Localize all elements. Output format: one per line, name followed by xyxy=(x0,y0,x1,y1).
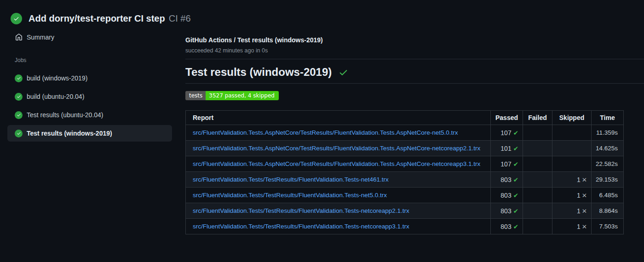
table-row: src/FluentValidation.Tests/TestResults/F… xyxy=(186,172,624,188)
passed-count: 803 xyxy=(500,176,511,183)
report-link[interactable]: src/FluentValidation.Tests.AspNetCore/Te… xyxy=(193,129,458,136)
job-success-icon xyxy=(15,74,23,82)
home-icon xyxy=(15,34,23,41)
failed-cell xyxy=(523,203,552,219)
table-row: src/FluentValidation.Tests/TestResults/F… xyxy=(186,188,624,203)
time-cell: 8.864s xyxy=(592,203,624,219)
badge-label: tests xyxy=(185,91,206,100)
passed-count: 803 xyxy=(500,192,511,199)
run-success-icon xyxy=(11,13,22,24)
passed-count: 803 xyxy=(500,223,511,230)
check-icon: ✔ xyxy=(513,207,518,215)
page-title: Test results (windows-2019) xyxy=(185,66,644,84)
cross-icon: ✕ xyxy=(582,223,587,230)
failed-cell xyxy=(523,125,552,141)
sidebar-item-summary[interactable]: Summary xyxy=(7,29,172,46)
job-label: build (windows-2019) xyxy=(27,74,87,82)
failed-cell xyxy=(523,188,552,203)
badge-value: 3527 passed, 4 skipped xyxy=(206,91,279,100)
test-results-table: Report Passed Failed Skipped Time src/Fl… xyxy=(185,110,624,234)
column-header-skipped: Skipped xyxy=(552,111,592,125)
sidebar-item-build-ubuntu[interactable]: build (ubuntu-20.04) xyxy=(7,88,172,105)
sidebar: Summary Jobs build (windows-2019) build … xyxy=(0,24,179,234)
page-title-text: Test results (windows-2019) xyxy=(185,66,332,79)
check-icon: ✔ xyxy=(513,145,518,152)
cross-icon: ✕ xyxy=(582,176,587,183)
report-link[interactable]: src/FluentValidation.Tests.AspNetCore/Te… xyxy=(193,145,480,152)
report-link[interactable]: src/FluentValidation.Tests/TestResults/F… xyxy=(193,207,409,214)
column-header-failed: Failed xyxy=(523,111,552,125)
sidebar-item-test-results-ubuntu[interactable]: Test results (ubuntu-20.04) xyxy=(7,107,172,123)
failed-cell xyxy=(523,156,552,172)
check-icon: ✔ xyxy=(513,176,518,183)
check-icon: ✔ xyxy=(513,160,518,168)
column-header-passed: Passed xyxy=(491,111,523,125)
skipped-count: 1 xyxy=(577,207,581,215)
failed-cell xyxy=(523,172,552,188)
passed-count: 101 xyxy=(500,145,511,152)
skipped-count: 1 xyxy=(577,176,581,183)
job-success-icon xyxy=(15,93,23,101)
tests-badge: tests 3527 passed, 4 skipped xyxy=(185,91,279,100)
failed-cell xyxy=(523,141,552,156)
skipped-count: 1 xyxy=(577,223,581,230)
divider xyxy=(185,59,644,59)
time-cell: 6.485s xyxy=(592,188,624,203)
job-status-line: succeeded 42 minutes ago in 0s xyxy=(185,47,644,54)
time-cell: 22.582s xyxy=(592,156,624,172)
table-row: src/FluentValidation.Tests.AspNetCore/Te… xyxy=(186,125,624,141)
passed-count: 107 xyxy=(500,160,511,168)
job-label: Test results (ubuntu-20.04) xyxy=(27,111,104,119)
failed-cell xyxy=(523,219,552,234)
run-title: Add dorny/test-reporter CI step xyxy=(29,13,165,24)
check-icon: ✔ xyxy=(513,192,518,199)
report-link[interactable]: src/FluentValidation.Tests/TestResults/F… xyxy=(193,176,389,183)
table-row: src/FluentValidation.Tests/TestResults/F… xyxy=(186,203,624,219)
time-cell: 7.503s xyxy=(592,219,624,234)
time-cell: 14.625s xyxy=(592,141,624,156)
cross-icon: ✕ xyxy=(582,192,587,199)
job-success-icon xyxy=(15,130,23,137)
main-content: GitHub Actions / Test results (windows-2… xyxy=(179,24,644,234)
passed-count: 107 xyxy=(500,129,511,137)
run-header: Add dorny/test-reporter CI step CI #6 xyxy=(0,0,644,24)
table-header-row: Report Passed Failed Skipped Time xyxy=(186,111,624,125)
time-cell: 29.153s xyxy=(592,172,624,188)
check-icon: ✔ xyxy=(513,129,518,137)
run-number: CI #6 xyxy=(169,13,191,24)
passed-count: 803 xyxy=(500,207,511,215)
table-row: src/FluentValidation.Tests.AspNetCore/Te… xyxy=(186,141,624,156)
job-label: Test results (windows-2019) xyxy=(27,130,112,137)
sidebar-item-test-results-windows[interactable]: Test results (windows-2019) xyxy=(7,125,172,142)
check-icon: ✔ xyxy=(513,223,518,230)
column-header-report: Report xyxy=(186,111,491,125)
time-cell: 11.359s xyxy=(592,125,624,141)
jobs-section-label: Jobs xyxy=(15,57,179,63)
job-label: build (ubuntu-20.04) xyxy=(27,93,84,100)
skipped-count: 1 xyxy=(577,192,581,199)
heading-check-icon xyxy=(339,68,348,77)
table-row: src/FluentValidation.Tests/TestResults/F… xyxy=(186,219,624,234)
column-header-time: Time xyxy=(592,111,624,125)
table-row: src/FluentValidation.Tests.AspNetCore/Te… xyxy=(186,156,624,172)
cross-icon: ✕ xyxy=(582,207,587,215)
sidebar-summary-label: Summary xyxy=(27,34,54,41)
sidebar-item-build-windows[interactable]: build (windows-2019) xyxy=(7,70,172,86)
report-link[interactable]: src/FluentValidation.Tests/TestResults/F… xyxy=(193,192,387,199)
report-link[interactable]: src/FluentValidation.Tests.AspNetCore/Te… xyxy=(193,160,480,167)
job-success-icon xyxy=(15,111,23,119)
report-link[interactable]: src/FluentValidation.Tests/TestResults/F… xyxy=(193,223,409,230)
job-breadcrumb: GitHub Actions / Test results (windows-2… xyxy=(185,36,644,44)
